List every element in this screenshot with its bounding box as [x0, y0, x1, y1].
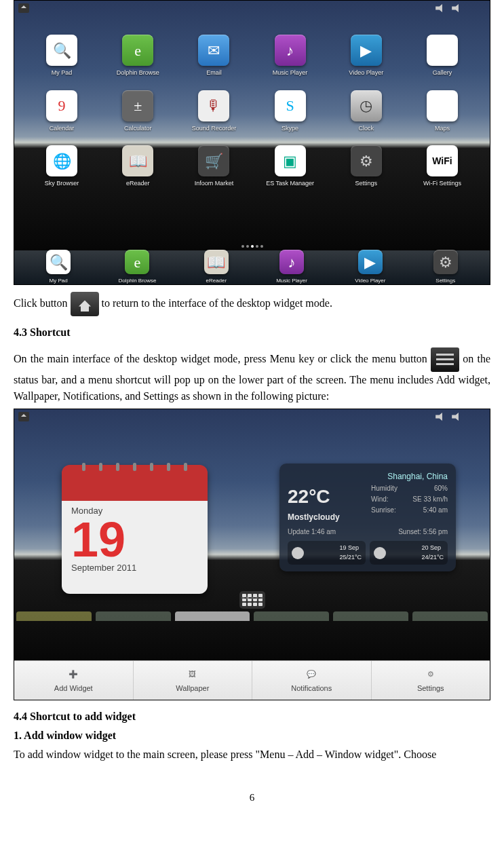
heading-4-4: 4.4 Shortcut to add widget	[14, 709, 490, 725]
app-music-player[interactable]: ♪Music Player	[276, 250, 307, 285]
app-ereader[interactable]: 📖eReader	[204, 250, 229, 285]
app-skype[interactable]: SSkype	[254, 90, 325, 134]
app-video-player[interactable]: ▶Video Player	[331, 35, 402, 78]
app-icon: ◷	[351, 90, 382, 121]
app-icon: 🛒	[198, 145, 229, 176]
app-icon: 9	[46, 90, 77, 121]
app-my-pad[interactable]: 🔍My Pad	[46, 250, 71, 285]
app-clock[interactable]: ◷Clock	[331, 90, 402, 134]
widget-area: Monday 19 September 2011 Shanghai, China…	[14, 424, 490, 660]
forecast: 19 Sep25/21°C 20 Sep24/21°C	[288, 541, 448, 565]
dock: 🔍My PadeDolphin Browse📖eReader♪Music Pla…	[14, 250, 490, 284]
app-label: Gallery	[433, 69, 452, 78]
text: On the main interface of the desktop wid…	[14, 353, 431, 364]
menu-item-add-widget[interactable]: ➕Add Widget	[14, 661, 134, 700]
app-label: Maps	[435, 124, 450, 134]
app-icon: e	[122, 35, 153, 66]
page-indicator	[14, 245, 490, 248]
app-email[interactable]: ✉Email	[178, 35, 249, 78]
app-sky-browser[interactable]: 🌐Sky Browser	[26, 145, 97, 189]
app-dolphin-browse[interactable]: eDolphin Browse	[102, 35, 173, 78]
notifications-icon: 💬	[304, 666, 319, 681]
app-label: Sound Recorder	[192, 124, 237, 134]
weather-widget[interactable]: Shanghai, China 22°C Mostlycloudy Humidi…	[279, 464, 456, 571]
app-icon: ✉	[198, 35, 229, 66]
app-icon: ♪	[279, 250, 304, 274]
app-es-task-manager[interactable]: ▣ES Task Manager	[254, 145, 325, 189]
label: Sunrise:	[371, 505, 396, 515]
value: 60%	[434, 483, 448, 493]
app-icon: ▶	[358, 250, 383, 274]
app-calculator[interactable]: ±Calculator	[102, 90, 173, 134]
value: 5:40 am	[423, 505, 448, 515]
app-icon: 🔍	[46, 35, 77, 66]
app-label: Dolphin Browse	[118, 277, 156, 285]
app-calendar[interactable]: 9Calendar	[26, 90, 97, 134]
home-icon	[71, 292, 99, 316]
app-label: eReader	[206, 277, 227, 285]
app-icon: ♪	[275, 35, 306, 66]
menu-item-label: Wallpaper	[176, 683, 209, 694]
settings-icon: ⚙	[423, 666, 438, 681]
temps: 25/21°C	[339, 553, 362, 563]
heading-4-3: 4.3 Shortcut	[14, 324, 490, 341]
app-maps[interactable]: 🗺Maps	[407, 90, 478, 134]
calendar-widget[interactable]: Monday 19 September 2011	[62, 465, 208, 594]
menu-item-label: Notifications	[291, 683, 332, 694]
app-ereader[interactable]: 📖eReader	[102, 145, 173, 189]
menu-item-settings[interactable]: ⚙Settings	[372, 661, 490, 700]
app-grid-area: 🔍My PadeDolphin Browse✉Email♪Music Playe…	[14, 16, 490, 250]
heading-4-4-1: 1. Add window widget	[14, 728, 490, 744]
app-label: My Pad	[52, 69, 73, 78]
app-label: Skype	[282, 124, 298, 134]
app-icon: 📖	[122, 145, 153, 176]
menu-icon	[431, 347, 459, 372]
app-label: Music Player	[276, 277, 307, 285]
app-sound-recorder[interactable]: 🎙Sound Recorder	[178, 90, 249, 134]
app-icon: WiFi	[427, 145, 458, 176]
label: Wind:	[371, 494, 389, 504]
app-dolphin-browse[interactable]: eDolphin Browse	[118, 250, 156, 285]
page-number: 6	[14, 790, 490, 806]
home-icon[interactable]	[18, 412, 29, 421]
app-music-player[interactable]: ♪Music Player	[254, 35, 325, 78]
app-settings[interactable]: ⚙Settings	[331, 145, 402, 189]
app-icon: e	[125, 250, 149, 274]
app-settings[interactable]: ⚙Settings	[433, 250, 458, 285]
app-label: ES Task Manager	[266, 179, 314, 189]
app-label: Calendar	[50, 124, 75, 134]
menu-item-wallpaper[interactable]: 🖼Wallpaper	[134, 661, 253, 700]
app-drawer-button[interactable]	[239, 591, 265, 609]
label: Humidity	[371, 483, 398, 493]
app-icon: 🔍	[46, 250, 71, 274]
dock-tabs	[14, 611, 490, 621]
paragraph-home-button: Click button to return to the interface …	[14, 292, 490, 316]
app-my-pad[interactable]: 🔍My Pad	[26, 35, 97, 78]
app-video-player[interactable]: ▶Video Player	[355, 250, 385, 285]
app-icon: S	[275, 90, 306, 121]
app-icon: 📖	[204, 250, 229, 274]
app-label: Clock	[358, 124, 374, 134]
home-icon[interactable]	[18, 3, 29, 13]
calendar-date: 19	[71, 518, 198, 562]
app-gallery[interactable]: 🖼Gallery	[407, 35, 478, 78]
app-label: Settings	[355, 179, 377, 189]
app-infoom-market[interactable]: 🛒Infoom Market	[178, 145, 249, 189]
paragraph-shortcut: On the main interface of the desktop wid…	[14, 347, 490, 404]
app-label: Wi-Fi Settings	[423, 179, 461, 189]
app-label: Video Player	[355, 277, 385, 285]
menu-item-label: Settings	[417, 683, 444, 694]
menu-shortcut-panel: ➕Add Widget🖼Wallpaper💬Notifications⚙Sett…	[14, 660, 490, 700]
app-icon: 🌐	[46, 145, 77, 176]
value: 5:56 pm	[423, 528, 448, 535]
date: 20 Sep	[421, 544, 444, 553]
app-label: Sky Browser	[45, 179, 79, 189]
app-wi-fi-settings[interactable]: WiFiWi-Fi Settings	[407, 145, 478, 189]
app-label: Email	[206, 69, 222, 78]
weather-icon	[374, 547, 386, 559]
temps: 24/21°C	[421, 553, 444, 563]
calendar-month: September 2011	[71, 561, 198, 575]
menu-item-notifications[interactable]: 💬Notifications	[252, 661, 372, 700]
text: Click button	[14, 297, 71, 309]
value: 1:46 am	[311, 528, 336, 535]
